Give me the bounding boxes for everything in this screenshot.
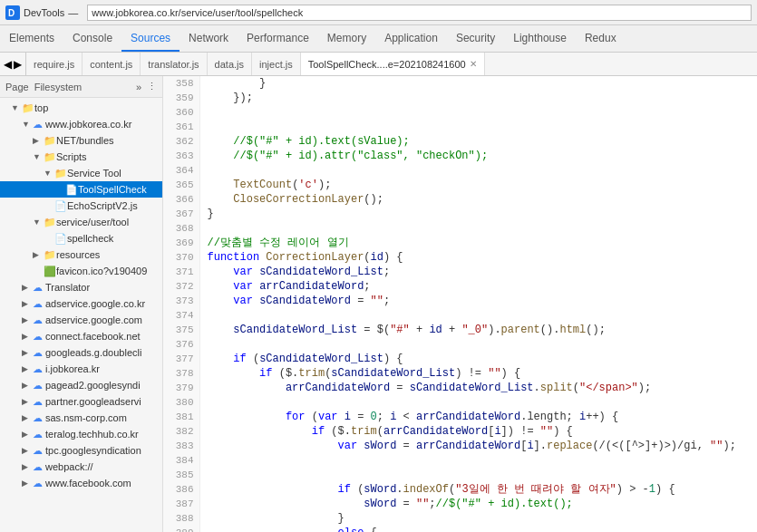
tree-item-adservice-kr[interactable]: ▶ ☁ adservice.google.co.kr — [0, 295, 162, 312]
tree-item-echoscript[interactable]: 📄 EchoScriptV2.js — [0, 198, 162, 214]
table-row: 381 for (var i = 0; i < arrCandidateWord… — [163, 410, 757, 424]
tree-item-tpc[interactable]: ▶ ☁ tpc.googlesyndication — [0, 442, 162, 459]
table-row: 371 var sCandidateWord_List; — [163, 265, 757, 279]
table-row: 362 //$("#" + id).text(sValue); — [163, 134, 757, 149]
table-row: 358 } — [163, 76, 757, 91]
table-row: 382 if ($.trim(arrCandidateWord[i]) != "… — [163, 424, 757, 439]
tree-item-top[interactable]: ▼ 📁 top — [0, 100, 162, 116]
table-row: 359 }); — [163, 91, 757, 105]
table-row: 365 TextCount('c'); — [163, 178, 757, 192]
devtools-logo-icon: D — [5, 5, 20, 20]
table-row: 388 } — [163, 511, 757, 526]
tree-item-sas[interactable]: ▶ ☁ sas.nsm-corp.com — [0, 410, 162, 426]
devtools-title: D DevTools — — [5, 5, 78, 20]
tree-item-jobkorea[interactable]: ▼ ☁ www.jobkorea.co.kr — [0, 116, 162, 132]
table-row: 368 — [163, 221, 757, 236]
table-row: 369 //맞춤별 수정 레이어 열기 — [163, 236, 757, 250]
tree-item-googleads[interactable]: ▶ ☁ googleads.g.doublecli — [0, 344, 162, 361]
file-tab-data[interactable]: data.js — [208, 53, 252, 75]
table-row: 367 } — [163, 207, 757, 221]
tab-memory[interactable]: Memory — [318, 25, 375, 52]
tree-item-spellcheck[interactable]: 📄 spellcheck — [0, 230, 162, 247]
table-row: 387 sWord = "";//$("#" + id).text(); — [163, 497, 757, 511]
table-row: 370 function CorrectionLayer(id) { — [163, 250, 757, 265]
separator: — — [68, 7, 78, 18]
page-tab[interactable]: Page — [5, 82, 29, 92]
more-icon[interactable]: » — [136, 82, 141, 92]
file-tab-require[interactable]: require.js — [26, 53, 82, 75]
tab-lighthouse[interactable]: Lighthouse — [504, 25, 576, 52]
file-tab-toolspellcheck[interactable]: ToolSpellCheck....e=202108241600 ✕ — [301, 53, 485, 75]
tree-item-servicetool[interactable]: ▼ 📁 Service Tool — [0, 165, 162, 181]
table-row: 364 — [163, 163, 757, 178]
table-row: 363 //$("#" + id).attr("class", "checkOn… — [163, 149, 757, 163]
forward-icon[interactable]: ▶ — [14, 58, 22, 71]
tab-application[interactable]: Application — [375, 25, 447, 52]
kebab-icon[interactable]: ⋮ — [147, 81, 157, 92]
table-row: 378 if ($.trim(sCandidateWord_List) != "… — [163, 366, 757, 381]
file-tab-translator[interactable]: translator.js — [141, 53, 207, 75]
file-tab-icons: ◀ ▶ — [0, 53, 26, 75]
table-row: 372 var arrCandidateWord; — [163, 279, 757, 294]
tab-sources[interactable]: Sources — [121, 25, 180, 52]
tree-item-ijobkorea[interactable]: ▶ ☁ i.jobkorea.kr — [0, 361, 162, 377]
tree-item-resources[interactable]: ▶ 📁 resources — [0, 247, 162, 263]
tree-item-pagead2[interactable]: ▶ ☁ pagead2.googlesyndi — [0, 377, 162, 393]
tree-item-teralog[interactable]: ▶ ☁ teralog.techhub.co.kr — [0, 426, 162, 442]
sidebar-panel-header: Page Filesystem » ⋮ — [0, 76, 162, 98]
table-row: 373 var sCandidateWord = ""; — [163, 294, 757, 308]
filesystem-tab[interactable]: Filesystem — [34, 82, 82, 92]
table-row: 374 — [163, 308, 757, 323]
tab-security[interactable]: Security — [447, 25, 504, 52]
table-row: 389 else { — [163, 526, 757, 532]
close-tab-icon[interactable]: ✕ — [470, 59, 477, 69]
table-row: 386 if (sWord.indexOf("3일에 한 번 때려야 할 여자"… — [163, 482, 757, 497]
table-row: 361 — [163, 120, 757, 134]
file-tree: ▼ 📁 top ▼ ☁ www.jobkorea.co.kr ▶ 📁 NET/b… — [0, 98, 162, 493]
tab-performance[interactable]: Performance — [238, 25, 318, 52]
tab-network[interactable]: Network — [180, 25, 238, 52]
file-tab-bar: ◀ ▶ require.js content.js translator.js … — [0, 53, 757, 76]
tree-item-facebook[interactable]: ▶ ☁ www.facebook.com — [0, 475, 162, 491]
top-bar: D DevTools — — [0, 0, 757, 25]
table-row: 379 arrCandidateWord = sCandidateWord_Li… — [163, 381, 757, 395]
main-content: Page Filesystem » ⋮ ▼ 📁 top ▼ ☁ www.jobk… — [0, 76, 757, 532]
tree-item-serviceusertool[interactable]: ▼ 📁 service/user/tool — [0, 214, 162, 230]
back-icon[interactable]: ◀ — [4, 58, 12, 71]
table-row: 385 — [163, 468, 757, 482]
table-row: 360 — [163, 105, 757, 120]
url-bar[interactable] — [87, 5, 752, 21]
table-row: 383 var sWord = arrCandidateWord[i].repl… — [163, 439, 757, 453]
tree-item-partner-google[interactable]: ▶ ☁ partner.googleadservi — [0, 393, 162, 410]
code-editor[interactable]: 358 } 359 }); 360 361 362 — [163, 76, 757, 532]
table-row: 375 sCandidateWord_List = $("#" + id + "… — [163, 323, 757, 337]
file-tab-inject[interactable]: inject.js — [252, 53, 301, 75]
tree-item-favicon[interactable]: 🟩 favicon.ico?v190409 — [0, 263, 162, 279]
table-row: 376 — [163, 337, 757, 352]
table-row: 380 — [163, 395, 757, 410]
tab-bar: Elements Console Sources Network Perform… — [0, 25, 757, 53]
tree-item-netbundles[interactable]: ▶ 📁 NET/bundles — [0, 132, 162, 149]
tree-item-toolspellcheck[interactable]: 📄 ToolSpellCheck — [0, 181, 162, 198]
devtools-label: DevTools — [24, 7, 64, 18]
tree-item-webpack[interactable]: ▶ ☁ webpack:// — [0, 459, 162, 475]
tab-console[interactable]: Console — [63, 25, 121, 52]
table-row: 366 CloseCorrectionLayer(); — [163, 192, 757, 207]
tree-item-translator[interactable]: ▶ ☁ Translator — [0, 279, 162, 295]
tree-item-scripts[interactable]: ▼ 📁 Scripts — [0, 149, 162, 165]
table-row: 384 — [163, 453, 757, 468]
tab-elements[interactable]: Elements — [0, 25, 63, 52]
code-table: 358 } 359 }); 360 361 362 — [163, 76, 757, 532]
file-tab-content[interactable]: content.js — [82, 53, 141, 75]
tree-item-facebook-connect[interactable]: ▶ ☁ connect.facebook.net — [0, 328, 162, 344]
tab-redux[interactable]: Redux — [576, 25, 626, 52]
tree-item-adservice-com[interactable]: ▶ ☁ adservice.google.com — [0, 312, 162, 328]
svg-text:D: D — [8, 8, 15, 18]
table-row: 377 if (sCandidateWord_List) { — [163, 352, 757, 366]
sidebar: Page Filesystem » ⋮ ▼ 📁 top ▼ ☁ www.jobk… — [0, 76, 163, 532]
